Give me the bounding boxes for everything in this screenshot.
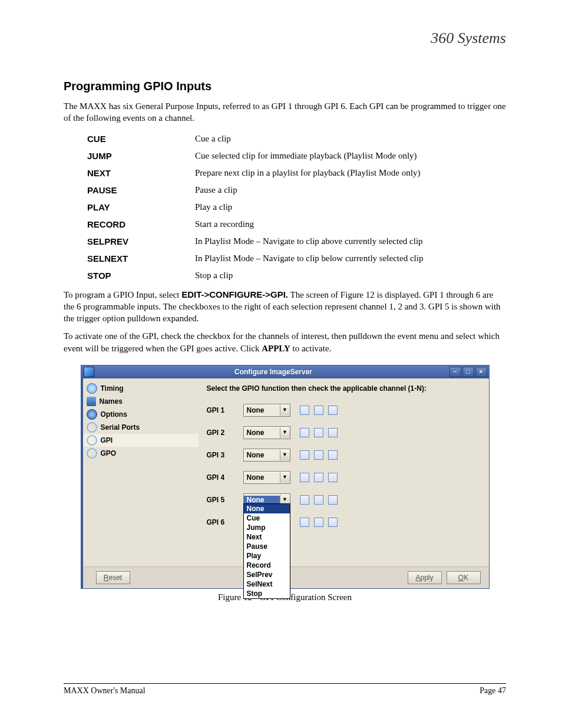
- chevron-down-icon[interactable]: ▼: [280, 405, 290, 416]
- table-row: JUMPCue selected clip for immediate play…: [87, 147, 428, 164]
- nav-item-timing[interactable]: Timing: [83, 382, 199, 395]
- channel-checkbox[interactable]: [314, 495, 323, 505]
- table-row: CUECue a clip: [87, 130, 428, 147]
- app-icon: [84, 367, 94, 377]
- intro-paragraph: The MAXX has six General Purpose Inputs,…: [64, 100, 506, 124]
- command-key: CUE: [87, 130, 195, 147]
- nav-icon: [87, 448, 97, 459]
- gpi-select[interactable]: None▼: [243, 471, 290, 484]
- section-heading: Programming GPIO Inputs: [64, 80, 506, 93]
- nav-label: Timing: [101, 384, 124, 393]
- gpi-label: GPI 5: [207, 496, 243, 504]
- channel-checkbox[interactable]: [300, 406, 309, 415]
- table-row: SELPREVIn Playlist Mode – Navigate to cl…: [87, 233, 428, 250]
- table-row: PLAYPlay a clip: [87, 199, 428, 216]
- table-row: STOPStop a clip: [87, 267, 428, 284]
- close-button[interactable]: ×: [475, 367, 487, 377]
- select-option[interactable]: SelPrev: [244, 570, 290, 579]
- dialog-titlebar[interactable]: Configure ImageServer – □ ×: [81, 365, 489, 378]
- dialog-title: Configure ImageServer: [98, 368, 449, 376]
- gpi-label: GPI 1: [207, 406, 243, 414]
- select-option[interactable]: Jump: [244, 523, 290, 532]
- select-option[interactable]: Cue: [244, 513, 290, 523]
- gpi-row: GPI 1None▼: [207, 401, 481, 420]
- table-row: SELNEXTIn Playlist Mode – Navigate to cl…: [87, 250, 428, 267]
- gpi-row: GPI 2None▼: [207, 423, 481, 442]
- command-desc: Stop a clip: [195, 267, 428, 284]
- brand-logo: 360 Systems: [431, 29, 506, 47]
- select-option[interactable]: Record: [244, 561, 290, 570]
- channel-checkbox[interactable]: [314, 473, 323, 482]
- channel-checkbox[interactable]: [314, 428, 323, 437]
- nav-item-gpi[interactable]: GPI: [83, 434, 199, 447]
- command-desc: Cue a clip: [195, 130, 428, 147]
- nav-icon: [87, 397, 96, 406]
- config-dialog: Configure ImageServer – □ × TimingNamesO…: [81, 365, 490, 589]
- command-desc: In Playlist Mode – Navigate to clip abov…: [195, 233, 428, 250]
- channel-checkbox[interactable]: [300, 473, 309, 482]
- select-option[interactable]: Next: [244, 532, 290, 542]
- channel-checkbox[interactable]: [328, 473, 338, 482]
- nav-label: Options: [101, 410, 127, 419]
- command-key: RECORD: [87, 216, 195, 233]
- select-option[interactable]: Play: [244, 551, 290, 561]
- channel-checkbox[interactable]: [314, 406, 323, 415]
- command-desc: Play a clip: [195, 199, 428, 216]
- gpi-label: GPI 2: [207, 429, 243, 437]
- footer-right: Page 47: [480, 686, 506, 696]
- command-key: STOP: [87, 267, 195, 284]
- nav-item-options[interactable]: Options: [83, 408, 199, 421]
- nav-label: GPO: [101, 449, 117, 457]
- nav-label: Names: [100, 397, 123, 406]
- channel-checkbox[interactable]: [300, 518, 309, 527]
- reset-button[interactable]: Reset: [96, 571, 130, 584]
- channel-checkbox[interactable]: [314, 518, 323, 527]
- channel-checkbox[interactable]: [328, 428, 338, 437]
- command-desc: Cue selected clip for immediate playback…: [195, 147, 428, 164]
- channel-checkbox[interactable]: [328, 450, 338, 460]
- gpi-select[interactable]: None▼: [243, 404, 290, 417]
- table-row: NEXTPrepare next clip in a playlist for …: [87, 164, 428, 182]
- chevron-down-icon[interactable]: ▼: [280, 427, 290, 438]
- select-option[interactable]: Pause: [244, 542, 290, 551]
- select-option[interactable]: None: [244, 504, 290, 513]
- command-key: SELNEXT: [87, 250, 195, 267]
- apply-button[interactable]: Apply: [408, 571, 442, 584]
- select-value: None: [244, 429, 280, 437]
- channel-checkbox[interactable]: [328, 406, 338, 415]
- gpi-select[interactable]: None▼: [243, 449, 290, 462]
- chevron-down-icon[interactable]: ▼: [280, 450, 290, 460]
- select-value: None: [244, 496, 280, 504]
- channel-checkbox[interactable]: [314, 450, 323, 460]
- command-key: NEXT: [87, 164, 195, 182]
- nav-label: GPI: [101, 436, 113, 444]
- command-desc: Start a recording: [195, 216, 428, 233]
- select-option[interactable]: Stop: [244, 589, 290, 598]
- channel-checkbox[interactable]: [300, 495, 309, 505]
- table-row: PAUSEPause a clip: [87, 182, 428, 199]
- gpi-label: GPI 6: [207, 518, 243, 526]
- nav-icon: [87, 409, 97, 420]
- chevron-down-icon[interactable]: ▼: [280, 472, 290, 483]
- command-key: PLAY: [87, 199, 195, 216]
- instruction-paragraph-1: To program a GPIO Input, select EDIT->CO…: [64, 289, 506, 325]
- channel-checkbox[interactable]: [328, 518, 338, 527]
- gpi-select[interactable]: None▼: [243, 426, 290, 439]
- command-key: SELPREV: [87, 233, 195, 250]
- footer-left: MAXX Owner's Manual: [64, 686, 146, 696]
- maximize-button[interactable]: □: [462, 367, 474, 377]
- gpi-label: GPI 3: [207, 451, 243, 459]
- channel-checkbox[interactable]: [300, 450, 309, 460]
- select-value: None: [244, 406, 280, 414]
- command-table: CUECue a clipJUMPCue selected clip for i…: [87, 130, 428, 284]
- select-option[interactable]: SelNext: [244, 579, 290, 589]
- nav-item-names[interactable]: Names: [83, 395, 199, 408]
- nav-sidebar: TimingNamesOptionsSerial PortsGPIGPO: [83, 378, 199, 588]
- nav-item-gpo[interactable]: GPO: [83, 447, 199, 460]
- minimize-button[interactable]: –: [449, 367, 461, 377]
- content-instruction: Select the GPIO function then check the …: [207, 384, 481, 393]
- nav-item-serial-ports[interactable]: Serial Ports: [83, 421, 199, 434]
- ok-button[interactable]: OK: [447, 571, 481, 584]
- channel-checkbox[interactable]: [328, 495, 338, 505]
- channel-checkbox[interactable]: [300, 428, 309, 437]
